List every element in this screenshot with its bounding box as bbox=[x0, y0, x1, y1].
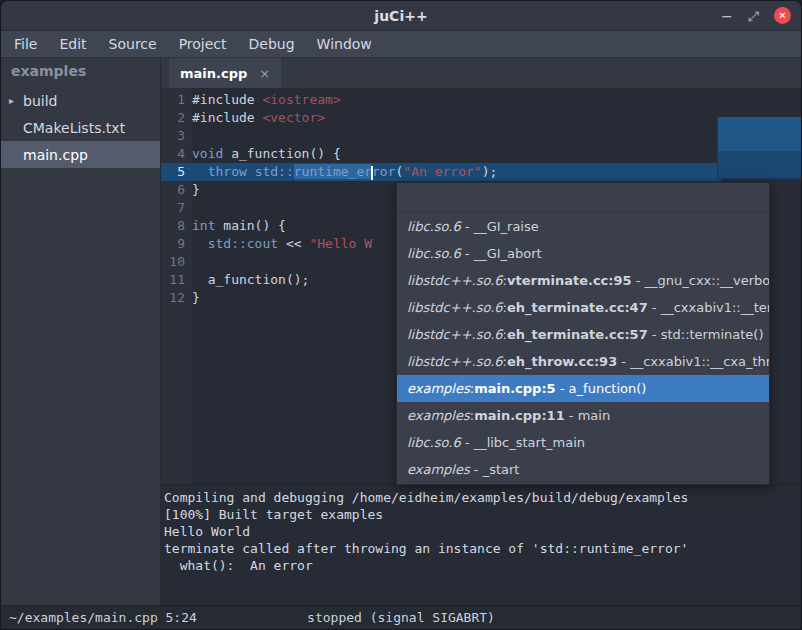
tree-item-main-cpp[interactable]: main.cpp bbox=[1, 141, 160, 168]
stack-trace-popup: libc.so.6 - __GI_raiselibc.so.6 - __GI_a… bbox=[396, 182, 770, 485]
stack-frame-item[interactable]: libc.so.6 - __libc_start_main bbox=[397, 429, 769, 456]
close-icon[interactable]: ✕ bbox=[774, 7, 791, 24]
window-controls: − ⤢ ✕ bbox=[721, 7, 791, 24]
stack-frame-list: libc.so.6 - __GI_raiselibc.so.6 - __GI_a… bbox=[397, 213, 769, 483]
code-line[interactable]: 3 bbox=[161, 127, 801, 145]
stack-frame-item[interactable]: libc.so.6 - __GI_raise bbox=[397, 213, 769, 240]
tab-bar: main.cpp × bbox=[161, 58, 801, 89]
maximize-icon[interactable]: ⤢ bbox=[748, 9, 759, 23]
stack-frame-item[interactable]: libstdc++.so.6:eh_throw.cc:93 - __cxxabi… bbox=[397, 348, 769, 375]
line-number: 12 bbox=[161, 289, 192, 307]
line-number: 9 bbox=[161, 235, 192, 253]
tree-item-label: main.cpp bbox=[23, 147, 88, 163]
stack-frame-item[interactable]: examples:main.cpp:5 - a_function() bbox=[397, 375, 769, 402]
file-tree-sidebar: examples ▸buildCMakeLists.txtmain.cpp bbox=[1, 58, 161, 605]
line-number: 5 bbox=[161, 163, 192, 181]
stack-frame-item[interactable]: libc.so.6 - __GI_abort bbox=[397, 240, 769, 267]
terminal-line: Compiling and debugging /home/eidheim/ex… bbox=[164, 489, 795, 506]
file-tree: ▸buildCMakeLists.txtmain.cpp bbox=[1, 87, 160, 168]
tree-item-cmakelists-txt[interactable]: CMakeLists.txt bbox=[1, 114, 160, 141]
file-path-status: ~/examples/main.cpp 5:24 bbox=[1, 610, 197, 625]
stack-frame-item[interactable]: libstdc++.so.6:vterminate.cc:95 - __gnu_… bbox=[397, 267, 769, 294]
stack-frame-item[interactable]: examples - _start bbox=[397, 456, 769, 483]
tab-close-icon[interactable]: × bbox=[259, 66, 270, 81]
code-text: void a_function() { bbox=[192, 145, 341, 163]
code-text: a_function(); bbox=[192, 271, 309, 289]
code-text: #include <vector> bbox=[192, 109, 325, 127]
code-text: std::cout << "Hello W bbox=[192, 235, 372, 253]
line-number: 2 bbox=[161, 109, 192, 127]
tree-item-label: build bbox=[23, 93, 57, 109]
code-line[interactable]: 4void a_function() { bbox=[161, 145, 801, 163]
menu-edit[interactable]: Edit bbox=[48, 31, 97, 58]
menu-window[interactable]: Window bbox=[306, 31, 383, 58]
line-number: 4 bbox=[161, 145, 192, 163]
tree-item-build[interactable]: ▸build bbox=[1, 87, 160, 114]
menu-project[interactable]: Project bbox=[168, 31, 238, 58]
project-name: examples bbox=[1, 58, 160, 87]
code-line[interactable]: 2#include <vector> bbox=[161, 109, 801, 127]
menu-file[interactable]: File bbox=[3, 31, 48, 58]
line-number: 10 bbox=[161, 253, 192, 271]
tree-item-label: CMakeLists.txt bbox=[23, 120, 125, 136]
terminal-line: terminate called after throwing an insta… bbox=[164, 540, 795, 557]
expander-icon[interactable]: ▸ bbox=[9, 95, 23, 106]
menu-debug[interactable]: Debug bbox=[238, 31, 306, 58]
window-title: juCi++ bbox=[1, 8, 801, 24]
line-number: 11 bbox=[161, 271, 192, 289]
line-number: 6 bbox=[161, 181, 192, 199]
tab-main-cpp[interactable]: main.cpp × bbox=[169, 58, 281, 88]
code-text: int main() { bbox=[192, 217, 286, 235]
stack-frame-item[interactable]: libstdc++.so.6:eh_terminate.cc:57 - std:… bbox=[397, 321, 769, 348]
minimize-icon[interactable]: − bbox=[721, 9, 733, 23]
code-text: } bbox=[192, 289, 200, 307]
code-text: #include <iostream> bbox=[192, 91, 341, 109]
app-window: juCi++ − ⤢ ✕ FileEditSourceProjectDebugW… bbox=[0, 0, 802, 630]
terminal-line: [100%] Built target examples bbox=[164, 506, 795, 523]
line-number: 8 bbox=[161, 217, 192, 235]
terminal-line: what(): An error bbox=[164, 557, 795, 574]
code-text: } bbox=[192, 181, 200, 199]
menubar: FileEditSourceProjectDebugWindow bbox=[1, 31, 801, 58]
terminal-lines: Compiling and debugging /home/eidheim/ex… bbox=[164, 489, 795, 574]
code-text: throw std::runtime_error("An error"); bbox=[192, 163, 497, 181]
stack-frame-item[interactable]: libstdc++.so.6:eh_terminate.cc:47 - __cx… bbox=[397, 294, 769, 321]
popup-header-spacer bbox=[397, 183, 769, 213]
output-terminal[interactable]: Compiling and debugging /home/eidheim/ex… bbox=[161, 484, 801, 605]
terminal-line: Hello World bbox=[164, 523, 795, 540]
highlight-panel bbox=[717, 117, 801, 179]
status-bar: stopped (signal SIGABRT) ~/examples/main… bbox=[1, 605, 801, 629]
line-number: 3 bbox=[161, 127, 192, 145]
code-line[interactable]: 1#include <iostream> bbox=[161, 91, 801, 109]
tab-label: main.cpp bbox=[180, 66, 247, 81]
line-number: 1 bbox=[161, 91, 192, 109]
menu-source[interactable]: Source bbox=[98, 31, 168, 58]
line-number: 7 bbox=[161, 199, 192, 217]
title-bar[interactable]: juCi++ − ⤢ ✕ bbox=[1, 1, 801, 31]
code-line[interactable]: 5 throw std::runtime_error("An error"); bbox=[161, 163, 801, 181]
stack-frame-item[interactable]: examples:main.cpp:11 - main bbox=[397, 402, 769, 429]
